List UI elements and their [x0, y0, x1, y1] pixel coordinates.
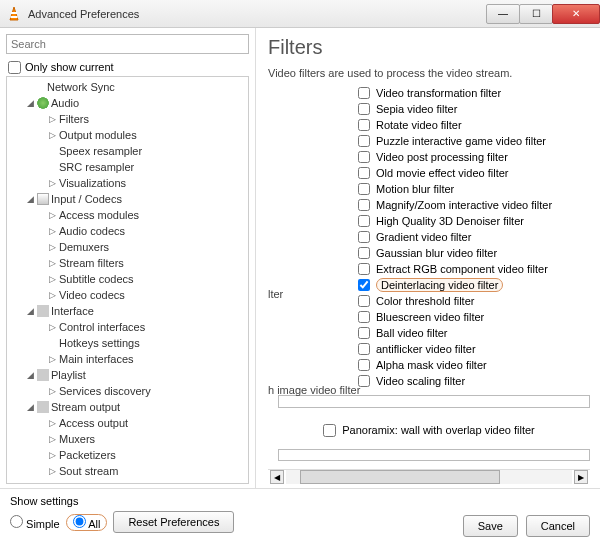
filter-checkbox[interactable] [358, 263, 370, 275]
tree-item-access-output[interactable]: ▷Access output [7, 415, 248, 431]
filter-checkbox-row[interactable]: Gradient video filter [358, 229, 590, 245]
filter-checkbox-row[interactable]: Video transformation filter [358, 85, 590, 101]
filter-checkbox[interactable] [358, 135, 370, 147]
scroll-track[interactable] [286, 470, 572, 484]
collapse-icon[interactable]: ◢ [25, 98, 35, 108]
all-radio[interactable]: All [66, 514, 108, 531]
simple-radio[interactable]: Simple [10, 515, 60, 530]
filter-checkbox[interactable] [358, 295, 370, 307]
filter-checkbox-row[interactable]: Bluescreen video filter [358, 309, 590, 325]
tree-item-audio-codecs[interactable]: ▷Audio codecs [7, 223, 248, 239]
filter-checkbox[interactable] [358, 231, 370, 243]
only-show-current-checkbox[interactable]: Only show current [6, 58, 249, 76]
filter-checkbox[interactable] [358, 103, 370, 115]
tree-item-stream-output[interactable]: ◢Stream output [7, 399, 248, 415]
collapse-icon[interactable]: ◢ [25, 402, 35, 412]
filter-checkbox-row[interactable]: Magnify/Zoom interactive video filter [358, 197, 590, 213]
expand-icon[interactable]: ▷ [47, 418, 57, 428]
tree-item-sout[interactable]: ▷Sout stream [7, 463, 248, 479]
tree-item-packetizers[interactable]: ▷Packetizers [7, 447, 248, 463]
horizontal-scrollbar[interactable]: ◀ ▶ [268, 469, 590, 484]
filter-checkbox[interactable] [358, 215, 370, 227]
scroll-right-icon[interactable]: ▶ [574, 470, 588, 484]
filter-checkbox[interactable] [358, 119, 370, 131]
expand-icon[interactable]: ▷ [47, 242, 57, 252]
filter-checkbox[interactable] [358, 279, 370, 291]
filter-checkbox[interactable] [358, 183, 370, 195]
filter-checkbox-row[interactable]: Video post processing filter [358, 149, 590, 165]
filter-checkbox[interactable] [358, 247, 370, 259]
tree-item-main-interfaces[interactable]: ▷Main interfaces [7, 351, 248, 367]
filter-string-input[interactable] [278, 395, 590, 408]
filter-checkbox-row[interactable]: Ball video filter [358, 325, 590, 341]
expand-icon[interactable]: ▷ [47, 434, 57, 444]
save-button[interactable]: Save [463, 515, 518, 537]
panoramix-string-input[interactable] [278, 449, 590, 462]
filter-checkbox[interactable] [358, 375, 370, 387]
maximize-button[interactable]: ☐ [519, 4, 553, 24]
expand-icon[interactable]: ▷ [47, 130, 57, 140]
tree-item-network-sync[interactable]: Network Sync [7, 79, 248, 95]
minimize-button[interactable]: — [486, 4, 520, 24]
filter-checkbox-row[interactable]: Rotate video filter [358, 117, 590, 133]
filter-checkbox-row[interactable]: Alpha mask video filter [358, 357, 590, 373]
close-button[interactable]: ✕ [552, 4, 600, 24]
filter-checkbox[interactable] [358, 343, 370, 355]
tree-item-access-modules[interactable]: ▷Access modules [7, 207, 248, 223]
expand-icon[interactable]: ▷ [47, 274, 57, 284]
panoramix-checkbox[interactable] [323, 424, 336, 437]
filter-checkbox[interactable] [358, 311, 370, 323]
tree-item-speex[interactable]: Speex resampler [7, 143, 248, 159]
tree-item-audio-filters[interactable]: ▷Filters [7, 111, 248, 127]
expand-icon[interactable]: ▷ [47, 258, 57, 268]
expand-icon[interactable]: ▷ [47, 114, 57, 124]
filter-checkbox-row[interactable]: Puzzle interactive game video filter [358, 133, 590, 149]
filter-checkbox-row[interactable]: Deinterlacing video filter [358, 277, 590, 293]
expand-icon[interactable]: ▷ [47, 466, 57, 476]
filter-checkbox[interactable] [358, 87, 370, 99]
tree-item-audio[interactable]: ◢Audio [7, 95, 248, 111]
tree-item-services[interactable]: ▷Services discovery [7, 383, 248, 399]
filter-checkbox-row[interactable]: Old movie effect video filter [358, 165, 590, 181]
filter-checkbox-row[interactable]: Motion blur filter [358, 181, 590, 197]
filter-checkbox[interactable] [358, 167, 370, 179]
preferences-tree[interactable]: Network Sync ◢Audio ▷Filters ▷Output mod… [6, 76, 249, 484]
tree-item-stream-filters[interactable]: ▷Stream filters [7, 255, 248, 271]
tree-item-output-modules[interactable]: ▷Output modules [7, 127, 248, 143]
expand-icon[interactable]: ▷ [47, 290, 57, 300]
filter-checkbox-row[interactable]: Sepia video filter [358, 101, 590, 117]
search-input[interactable] [6, 34, 249, 54]
tree-item-vod[interactable]: VOD [7, 479, 248, 484]
filter-checkbox-row[interactable]: Video scaling filter [358, 373, 590, 389]
tree-item-video-codecs[interactable]: ▷Video codecs [7, 287, 248, 303]
only-show-current-box[interactable] [8, 61, 21, 74]
collapse-icon[interactable]: ◢ [25, 306, 35, 316]
filter-checkbox[interactable] [358, 151, 370, 163]
filter-checkbox[interactable] [358, 327, 370, 339]
tree-item-playlist[interactable]: ◢Playlist [7, 367, 248, 383]
filter-checkbox[interactable] [358, 199, 370, 211]
tree-item-subtitle-codecs[interactable]: ▷Subtitle codecs [7, 271, 248, 287]
filter-checkbox-row[interactable]: antiflicker video filter [358, 341, 590, 357]
filter-checkbox-row[interactable]: Gaussian blur video filter [358, 245, 590, 261]
tree-item-interface[interactable]: ◢Interface [7, 303, 248, 319]
tree-item-control-interfaces[interactable]: ▷Control interfaces [7, 319, 248, 335]
filter-checkbox-row[interactable]: Color threshold filter [358, 293, 590, 309]
reset-preferences-button[interactable]: Reset Preferences [113, 511, 234, 533]
tree-item-hotkeys[interactable]: Hotkeys settings [7, 335, 248, 351]
expand-icon[interactable]: ▷ [47, 322, 57, 332]
expand-icon[interactable]: ▷ [47, 226, 57, 236]
collapse-icon[interactable]: ◢ [25, 194, 35, 204]
expand-icon[interactable]: ▷ [47, 178, 57, 188]
tree-item-input-codecs[interactable]: ◢Input / Codecs [7, 191, 248, 207]
tree-item-src[interactable]: SRC resampler [7, 159, 248, 175]
expand-icon[interactable]: ▷ [47, 450, 57, 460]
filter-checkbox-row[interactable]: High Quality 3D Denoiser filter [358, 213, 590, 229]
filter-checkbox-row[interactable]: Extract RGB component video filter [358, 261, 590, 277]
collapse-icon[interactable]: ◢ [25, 370, 35, 380]
cancel-button[interactable]: Cancel [526, 515, 590, 537]
expand-icon[interactable]: ▷ [47, 354, 57, 364]
scroll-thumb[interactable] [300, 470, 500, 484]
expand-icon[interactable]: ▷ [47, 210, 57, 220]
filter-checkbox[interactable] [358, 359, 370, 371]
